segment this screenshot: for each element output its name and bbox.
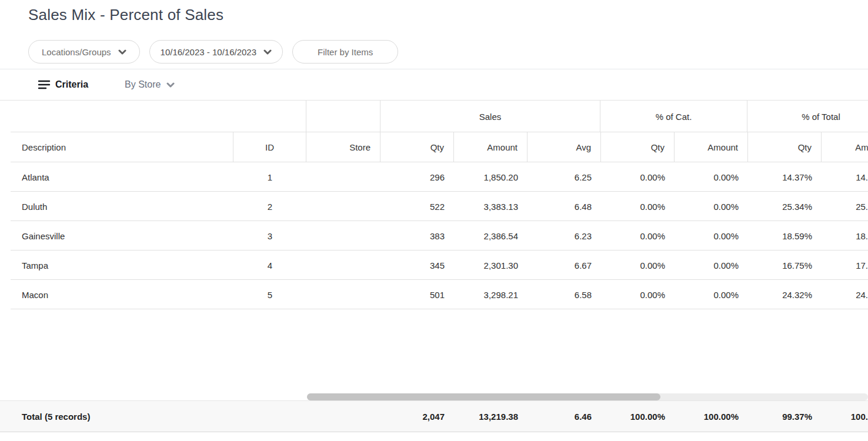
total-id — [233, 401, 306, 432]
cell-sales-amount: 2,301.30 — [454, 250, 528, 280]
header-description: Description — [0, 132, 233, 162]
cell-sales-avg: 6.48 — [528, 192, 601, 221]
cell-sales-qty: 383 — [380, 221, 454, 250]
sales-mix-table: Sales % of Cat. % of Total Description I… — [0, 101, 868, 432]
date-range-label: 10/16/2023 - 10/16/2023 — [161, 47, 256, 57]
cell-sales-qty: 501 — [380, 280, 454, 309]
date-range-dropdown[interactable]: 10/16/2023 - 10/16/2023 — [149, 40, 283, 64]
total-cat-amount: 100.00% — [675, 401, 748, 432]
chevron-down-icon — [118, 49, 126, 55]
header-sales-avg: Avg — [528, 132, 601, 162]
filter-lines-icon — [38, 79, 51, 90]
chevron-down-icon — [263, 49, 272, 55]
cell-cat-qty: 0.00% — [601, 192, 675, 221]
table-row: Duluth 2 522 3,383.13 6.48 0.00% 0.00% 2… — [0, 192, 868, 221]
table-group-header-row: Sales % of Cat. % of Total — [0, 101, 868, 132]
cell-total-amount: 17.41% — [822, 250, 868, 280]
cell-id: 4 — [233, 250, 306, 280]
cell-store — [306, 280, 380, 309]
cell-cat-amount: 0.00% — [675, 250, 748, 280]
table-empty-area — [0, 309, 868, 393]
cell-sales-amount: 3,383.13 — [454, 192, 528, 221]
cell-id: 5 — [233, 280, 306, 309]
cell-sales-avg: 6.58 — [528, 280, 601, 309]
table-row: Atlanta 1 296 1,850.20 6.25 0.00% 0.00% … — [0, 162, 868, 192]
header-sales-qty: Qty — [380, 132, 454, 162]
header-id: ID — [233, 132, 306, 162]
criteria-button[interactable]: Criteria — [38, 79, 88, 90]
header-total-qty: Qty — [748, 132, 822, 162]
page-title: Sales Mix - Percent of Sales — [28, 5, 868, 25]
cell-total-qty: 16.75% — [748, 250, 822, 280]
horizontal-scrollbar — [0, 393, 868, 400]
cell-id: 1 — [233, 162, 306, 192]
cell-id: 2 — [233, 192, 306, 221]
header-store: Store — [306, 132, 380, 162]
group-header-pct-total: % of Total — [747, 101, 868, 132]
chevron-down-icon — [166, 82, 175, 88]
group-spacer-cell — [306, 101, 380, 132]
total-row: Total (5 records) 2,047 13,219.38 6.46 1… — [0, 400, 868, 432]
total-sales-qty: 2,047 — [380, 401, 454, 432]
locations-groups-dropdown[interactable]: Locations/Groups — [28, 40, 140, 64]
cell-total-amount: 25.59% — [822, 192, 868, 221]
scrollbar-thumb[interactable] — [307, 393, 660, 400]
header-cat-amount: Amount — [675, 132, 748, 162]
cell-sales-qty: 345 — [380, 250, 454, 280]
cell-total-amount: 18.05% — [822, 221, 868, 250]
cell-sales-qty: 296 — [380, 162, 454, 192]
cell-sales-amount: 2,386.54 — [454, 221, 528, 250]
cell-description: Gainesville — [0, 221, 233, 250]
cell-sales-avg: 6.25 — [528, 162, 601, 192]
header-sales-amount: Amount — [454, 132, 528, 162]
cell-total-amount: 14.00% — [822, 162, 868, 192]
table-row: Macon 5 501 3,298.21 6.58 0.00% 0.00% 24… — [0, 280, 868, 309]
cell-cat-qty: 0.00% — [601, 162, 675, 192]
total-row-label: Total (5 records) — [0, 401, 233, 432]
by-store-dropdown[interactable]: By Store — [125, 79, 175, 90]
filter-by-items-label: Filter by Items — [318, 47, 373, 57]
group-header-sales: Sales — [380, 101, 600, 132]
cell-sales-avg: 6.23 — [528, 221, 601, 250]
total-total-amount: 100.00% — [822, 401, 868, 432]
cell-cat-amount: 0.00% — [675, 221, 748, 250]
group-header-pct-cat: % of Cat. — [600, 101, 747, 132]
cell-cat-qty: 0.00% — [601, 280, 675, 309]
cell-total-qty: 18.59% — [748, 221, 822, 250]
cell-total-qty: 14.37% — [748, 162, 822, 192]
total-total-qty: 99.37% — [748, 401, 822, 432]
total-sales-avg: 6.46 — [528, 401, 601, 432]
filter-bar: Locations/Groups 10/16/2023 - 10/16/2023… — [28, 40, 868, 64]
cell-id: 3 — [233, 221, 306, 250]
total-store — [306, 401, 380, 432]
cell-description: Tampa — [0, 250, 233, 280]
by-store-label: By Store — [125, 79, 161, 90]
table-header-row: Description ID Store Qty Amount Avg Qty … — [0, 132, 868, 162]
cell-store — [306, 221, 380, 250]
criteria-bar: Criteria By Store — [0, 69, 868, 101]
cell-total-amount: 24.95% — [822, 280, 868, 309]
cell-sales-qty: 522 — [380, 192, 454, 221]
table-row: Gainesville 3 383 2,386.54 6.23 0.00% 0.… — [0, 221, 868, 250]
header-cat-qty: Qty — [601, 132, 675, 162]
cell-cat-amount: 0.00% — [675, 280, 748, 309]
cell-cat-amount: 0.00% — [675, 162, 748, 192]
table-row: Tampa 4 345 2,301.30 6.67 0.00% 0.00% 16… — [0, 250, 868, 280]
cell-total-qty: 24.32% — [748, 280, 822, 309]
cell-sales-amount: 3,298.21 — [454, 280, 528, 309]
cell-description: Macon — [0, 280, 233, 309]
cell-cat-qty: 0.00% — [601, 250, 675, 280]
cell-cat-amount: 0.00% — [675, 192, 748, 221]
filter-by-items-button[interactable]: Filter by Items — [292, 40, 398, 64]
cell-total-qty: 25.34% — [748, 192, 822, 221]
cell-cat-qty: 0.00% — [601, 221, 675, 250]
header-total-amount: Amount — [822, 132, 868, 162]
cell-store — [306, 162, 380, 192]
cell-store — [306, 192, 380, 221]
criteria-label: Criteria — [55, 79, 88, 90]
cell-store — [306, 250, 380, 280]
group-spacer-cell — [0, 101, 306, 132]
total-cat-qty: 100.00% — [601, 401, 675, 432]
locations-groups-label: Locations/Groups — [42, 47, 111, 57]
total-sales-amount: 13,219.38 — [454, 401, 528, 432]
